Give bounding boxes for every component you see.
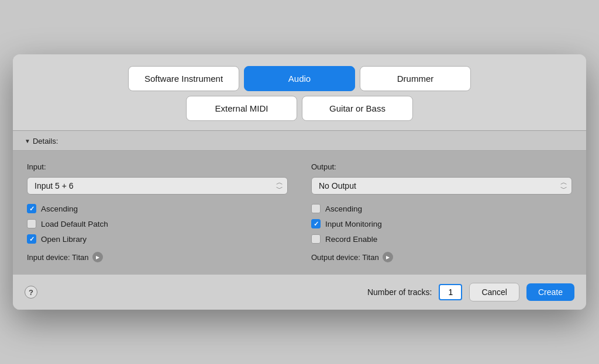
tracks-label: Number of tracks: <box>367 287 432 297</box>
record-enable-row[interactable]: Record Enable <box>311 234 572 244</box>
input-ascending-checkbox[interactable] <box>27 204 36 213</box>
record-enable-checkbox[interactable] <box>311 234 321 244</box>
cancel-button[interactable]: Cancel <box>469 283 519 301</box>
output-select-wrapper: No Output Output 1 + 2 Output 3 + 4 ︿ ﹀ <box>311 177 572 195</box>
right-checkboxes: Ascending Input Monitoring Record Enable <box>311 204 572 244</box>
output-field-group: Output: No Output Output 1 + 2 Output 3 … <box>311 162 572 262</box>
drummer-button[interactable]: Drummer <box>360 66 471 91</box>
output-select[interactable]: No Output Output 1 + 2 Output 3 + 4 <box>311 177 572 195</box>
load-default-patch-checkbox[interactable] <box>27 219 36 228</box>
output-ascending-row[interactable]: Ascending <box>311 204 572 213</box>
external-midi-button[interactable]: External MIDI <box>186 96 297 121</box>
input-ascending-label: Ascending <box>41 204 78 213</box>
new-track-dialog: Software Instrument Audio Drummer Extern… <box>13 54 586 310</box>
input-device-row: Input device: Titan <box>27 252 288 262</box>
output-ascending-label: Ascending <box>325 204 362 213</box>
record-enable-label: Record Enable <box>325 235 377 244</box>
load-default-patch-row[interactable]: Load Default Patch <box>27 219 288 228</box>
output-device-label: Output device: Titan <box>311 253 379 262</box>
input-ascending-row[interactable]: Ascending <box>27 204 288 213</box>
help-button[interactable]: ? <box>25 286 37 299</box>
create-button[interactable]: Create <box>526 283 574 301</box>
track-type-section: Software Instrument Audio Drummer Extern… <box>13 54 586 130</box>
open-library-checkbox[interactable] <box>27 234 36 244</box>
input-monitoring-label: Input Monitoring <box>325 220 382 228</box>
input-select[interactable]: Input 5 + 6 Input 1 + 2 Input 3 + 4 No I… <box>27 177 288 195</box>
output-device-arrow-icon[interactable] <box>383 252 393 262</box>
input-label: Input: <box>27 162 288 171</box>
output-ascending-checkbox[interactable] <box>311 204 321 213</box>
audio-button[interactable]: Audio <box>244 66 355 91</box>
details-header: ▼ Details: <box>13 131 586 151</box>
input-field-group: Input: Input 5 + 6 Input 1 + 2 Input 3 +… <box>27 162 288 262</box>
bottom-bar: ? Number of tracks: Cancel Create <box>13 274 586 310</box>
guitar-or-bass-button[interactable]: Guitar or Bass <box>302 96 413 121</box>
input-monitoring-row[interactable]: Input Monitoring <box>311 219 572 228</box>
tracks-input[interactable] <box>439 284 462 300</box>
open-library-label: Open Library <box>41 235 87 244</box>
input-device-label: Input device: Titan <box>27 253 89 262</box>
details-triangle-icon: ▼ <box>25 138 30 144</box>
bottom-right: Number of tracks: Cancel Create <box>367 283 574 301</box>
track-type-row-1: Software Instrument Audio Drummer <box>25 66 574 91</box>
open-library-row[interactable]: Open Library <box>27 234 288 244</box>
details-body: Input: Input 5 + 6 Input 1 + 2 Input 3 +… <box>13 151 586 274</box>
details-section: ▼ Details: Input: Input 5 + 6 Input 1 + … <box>13 130 586 274</box>
track-type-row-2: External MIDI Guitar or Bass <box>25 96 574 121</box>
output-device-row: Output device: Titan <box>311 252 572 262</box>
left-checkboxes: Ascending Load Default Patch Open Librar… <box>27 204 288 244</box>
input-device-arrow-icon[interactable] <box>92 252 103 262</box>
input-monitoring-checkbox[interactable] <box>311 219 321 228</box>
input-select-wrapper: Input 5 + 6 Input 1 + 2 Input 3 + 4 No I… <box>27 177 288 195</box>
load-default-patch-label: Load Default Patch <box>41 220 108 228</box>
details-label: Details: <box>33 137 58 145</box>
output-label: Output: <box>311 162 572 171</box>
software-instrument-button[interactable]: Software Instrument <box>128 66 239 91</box>
